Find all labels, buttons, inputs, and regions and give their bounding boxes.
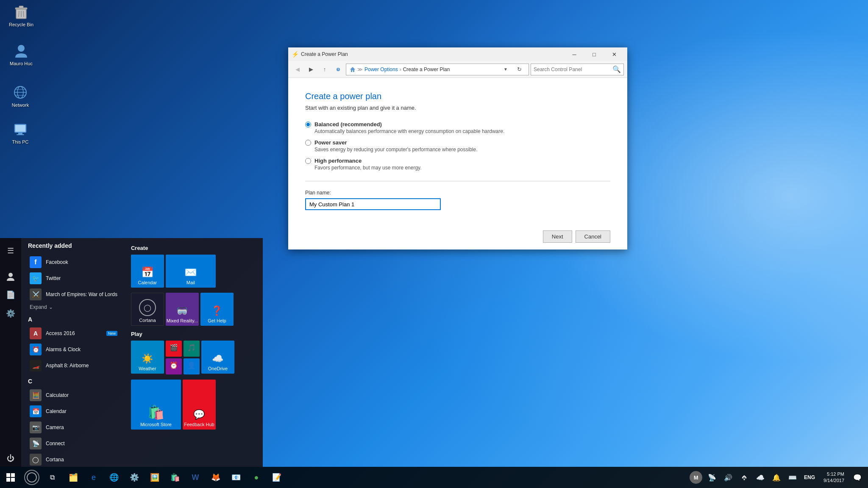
user-icon[interactable]: [1, 268, 20, 285]
taskbar-clock[interactable]: 5:12 PM 9/14/2017: [820, 471, 848, 484]
connect-icon: 📡: [30, 438, 42, 449]
search-input[interactable]: [534, 67, 611, 72]
tile-microsoft-store[interactable]: 🛍️ Microsoft Store: [131, 380, 181, 430]
maximize-button[interactable]: □: [584, 47, 604, 61]
svg-point-16: [8, 273, 13, 277]
taskbar-file-explorer[interactable]: 🗂️: [64, 467, 83, 488]
small-tile-4-icon: 👤: [187, 361, 196, 369]
app-item-march-empires[interactable]: ⚔️ March of Empires: War of Lords: [28, 286, 119, 302]
taskbar-onedrive-icon[interactable]: ☁️: [754, 467, 767, 488]
store-tiles-row: 🛍️ Microsoft Store 💬 Feedback Hub: [131, 380, 258, 430]
taskbar-notifications-icon[interactable]: 🔔: [770, 467, 783, 488]
next-button[interactable]: Next: [543, 230, 572, 243]
recent-locations-button[interactable]: [332, 64, 344, 75]
create-section-label: Create: [131, 245, 258, 251]
breadcrumb-power-options[interactable]: Power Options: [364, 67, 398, 72]
app-item-facebook[interactable]: f Facebook: [28, 254, 119, 270]
hamburger-menu-icon[interactable]: ☰: [1, 242, 20, 259]
cancel-button[interactable]: Cancel: [576, 230, 610, 243]
desktop: Recycle Bin Mauro Huc Network: [0, 0, 868, 488]
camera-icon: 📷: [30, 421, 42, 433]
back-button[interactable]: ◀: [292, 64, 303, 75]
app-item-calculator[interactable]: 🧮 Calculator: [28, 387, 119, 403]
taskbar-edge[interactable]: e: [84, 467, 103, 488]
taskbar-keyboard-icon[interactable]: ⌨️: [786, 467, 799, 488]
tile-small-teal[interactable]: 🎵: [184, 341, 200, 357]
asphalt-icon: 🏎️: [30, 360, 42, 372]
app-item-asphalt[interactable]: 🏎️ Asphalt 8: Airborne: [28, 358, 119, 374]
taskbar-ie[interactable]: 🌐: [104, 467, 124, 488]
window-content: Create a power plan Start with an existi…: [288, 78, 627, 224]
window-toolbar: ◀ ▶ ↑ ≫ Power Options › Create a Power P…: [288, 61, 627, 78]
app-item-calendar[interactable]: 📅 Calendar: [28, 403, 119, 419]
desktop-icon-this-pc[interactable]: This PC: [3, 121, 37, 145]
app-item-access[interactable]: A Access 2016 New: [28, 325, 119, 341]
search-icon: 🔍: [612, 65, 621, 73]
forward-button[interactable]: ▶: [305, 64, 317, 75]
tile-onedrive[interactable]: ☁️ OneDrive: [201, 341, 234, 374]
taskbar-settings-app[interactable]: ⚙️: [125, 467, 144, 488]
taskbar-volume-icon[interactable]: 🔊: [722, 467, 734, 488]
radio-label-balanced[interactable]: Balanced (recommended): [314, 121, 382, 128]
app-name-facebook: Facebook: [46, 259, 117, 265]
taskbar-mail[interactable]: 📧: [226, 467, 246, 488]
radio-balanced[interactable]: [305, 122, 311, 128]
tile-calendar[interactable]: 📅 Calendar: [131, 255, 164, 288]
tile-small-red[interactable]: 🎬: [166, 341, 182, 357]
taskbar-cortana-button[interactable]: [21, 467, 42, 488]
window-title-icon: ⚡: [292, 51, 298, 58]
radio-label-power-saver[interactable]: Power saver: [314, 139, 347, 146]
radio-item-power-saver: Power saver Saves energy by reducing you…: [305, 139, 610, 152]
app-item-cortana-app[interactable]: ◯ Cortana: [28, 452, 119, 467]
settings-icon[interactable]: ⚙️: [1, 305, 20, 322]
cortana-app-icon: ◯: [30, 454, 42, 466]
desktop-icon-mauro-huc[interactable]: Mauro Huc: [4, 42, 38, 67]
refresh-button[interactable]: ↻: [513, 64, 525, 75]
close-button[interactable]: ✕: [604, 47, 624, 61]
taskbar-user-avatar[interactable]: M: [690, 471, 702, 484]
minimize-button[interactable]: ─: [565, 47, 584, 61]
taskbar: ⧉ 🗂️ e 🌐 ⚙️ 🖼️ 🛍️ W 🦊 📧 ● 📝 M 📡 🔊 ☁️ 🔔: [0, 467, 868, 488]
radio-power-saver[interactable]: [305, 140, 311, 146]
play-tiles-grid: ☀️ Weather 🎬 🎵 ⏰: [131, 341, 258, 374]
taskbar-photos[interactable]: 🖼️: [145, 467, 164, 488]
action-center-icon[interactable]: 🗨️: [851, 467, 864, 488]
app-item-alarms[interactable]: ⏰ Alarms & Clock: [28, 341, 119, 358]
desktop-icon-recycle-bin[interactable]: Recycle Bin: [4, 3, 38, 28]
app-item-connect[interactable]: 📡 Connect: [28, 435, 119, 452]
mixed-reality-icon: 🥽: [176, 305, 188, 316]
tile-weather[interactable]: ☀️ Weather: [131, 341, 164, 374]
taskbar-language-indicator[interactable]: ENG: [802, 474, 817, 480]
svg-line-3: [19, 11, 19, 17]
tile-feedback-hub[interactable]: 💬 Feedback Hub: [183, 380, 216, 430]
taskbar-store-app[interactable]: 🛍️: [165, 467, 185, 488]
tile-mail[interactable]: ✉️ Mail: [166, 255, 216, 288]
tile-small-blue[interactable]: 👤: [184, 358, 200, 374]
tile-cortana[interactable]: ◯ Cortana: [131, 293, 164, 326]
power-icon[interactable]: ⏻: [1, 450, 20, 467]
taskbar-chrome[interactable]: ●: [247, 467, 266, 488]
start-button[interactable]: [0, 467, 21, 488]
taskbar-sticky-notes[interactable]: 📝: [267, 467, 287, 488]
taskbar-word[interactable]: W: [186, 467, 205, 488]
mail-tile-icon: ✉️: [184, 266, 197, 278]
cortana-tiles-row: ◯ Cortana 🥽 Mixed Reality... ❓ Get Help: [131, 293, 258, 326]
tile-mixed-reality[interactable]: 🥽 Mixed Reality...: [166, 293, 199, 326]
taskbar-connect-icon[interactable]: 📡: [706, 467, 718, 488]
desktop-icon-network[interactable]: Network: [3, 84, 37, 108]
radio-label-high-performance[interactable]: High performance: [314, 158, 362, 164]
taskbar-network-icon[interactable]: [738, 467, 751, 488]
plan-name-input[interactable]: [305, 198, 441, 210]
task-view-button[interactable]: ⧉: [42, 467, 62, 488]
taskbar-firefox[interactable]: 🦊: [206, 467, 225, 488]
app-item-twitter[interactable]: 🐦 Twitter: [28, 270, 119, 286]
tile-get-help[interactable]: ❓ Get Help: [200, 293, 234, 326]
app-name-connect: Connect: [46, 441, 117, 446]
tile-small-purple[interactable]: ⏰: [166, 358, 182, 374]
expand-row[interactable]: Expand ⌄: [28, 302, 119, 312]
breadcrumb-dropdown-button[interactable]: ▼: [500, 64, 512, 75]
radio-high-performance[interactable]: [305, 158, 311, 164]
documents-icon[interactable]: 📄: [1, 286, 20, 303]
up-button[interactable]: ↑: [319, 64, 331, 75]
app-item-camera[interactable]: 📷 Camera: [28, 419, 119, 435]
